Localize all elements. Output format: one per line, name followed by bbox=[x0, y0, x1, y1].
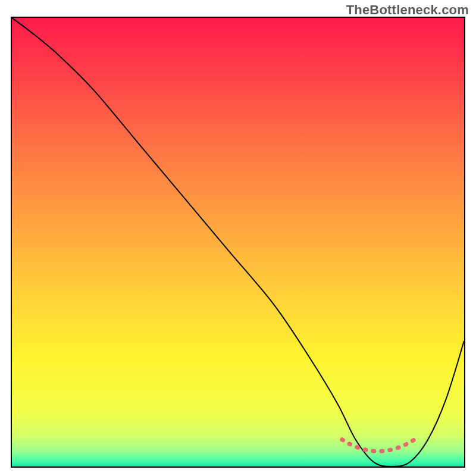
plot-frame bbox=[11, 17, 465, 468]
watermark-text: TheBottleneck.com bbox=[346, 2, 469, 18]
chart-container: TheBottleneck.com bbox=[0, 0, 476, 476]
gradient-background bbox=[12, 18, 464, 466]
chart-svg bbox=[12, 18, 464, 466]
